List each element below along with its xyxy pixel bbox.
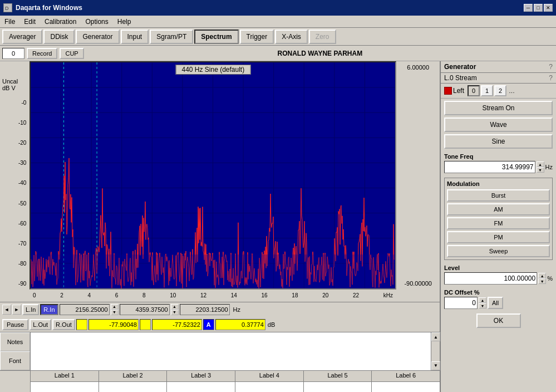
label-value-1[interactable] [31, 382, 99, 392]
menu-edit[interactable]: Edit [19, 17, 40, 27]
dcoffset-section: DC Offset % 0 ▲ ▼ All [441, 287, 556, 311]
tone-freq-spin-up[interactable]: ▲ [537, 161, 544, 167]
label-header-4[interactable]: Label 4 [235, 371, 303, 382]
freq-input-3[interactable]: 2203.12500 [180, 304, 230, 315]
mod-am-button[interactable]: AM [447, 203, 550, 215]
tone-freq-spin-down[interactable]: ▼ [537, 167, 544, 173]
level-spin-up[interactable]: ▲ [538, 273, 546, 278]
freq1-spin-down[interactable]: ▼ [111, 310, 119, 315]
menu-file[interactable]: File [0, 17, 19, 27]
level-input[interactable]: 100.00000 [444, 272, 537, 285]
label-value-2[interactable] [99, 382, 167, 392]
mod-title: Modulation [447, 180, 550, 187]
freq2-spin-up[interactable]: ▲ [171, 304, 179, 310]
menu-options[interactable]: Options [81, 17, 112, 27]
minimize-button[interactable]: ─ [524, 4, 533, 12]
stream-on-button[interactable]: Stream On [444, 101, 553, 115]
level-spinner[interactable]: ▲ ▼ [538, 273, 546, 284]
cup-button[interactable]: CUP [60, 48, 83, 59]
tab-zero[interactable]: Zero [309, 30, 336, 44]
notes-content[interactable]: ▲ ▼ [31, 332, 440, 370]
stream-title: L.0 Stream [444, 74, 477, 82]
tab-sgram[interactable]: Sgram/PT [150, 30, 193, 44]
record-field[interactable]: 0 [2, 48, 24, 59]
close-button[interactable]: ✕ [544, 4, 553, 12]
tab-input[interactable]: Input [121, 30, 149, 44]
scroll-up-button[interactable]: ▲ [431, 332, 440, 341]
spectrum-canvas[interactable] [31, 62, 395, 288]
dcoffset-input[interactable]: 0 [444, 297, 478, 309]
ok-button[interactable]: OK [476, 313, 521, 328]
spectrum-chart[interactable]: 440 Hz Sine (default) [29, 61, 396, 290]
tab-generator[interactable]: Generator [76, 30, 119, 44]
mod-burst-button[interactable]: Burst [447, 189, 550, 202]
all-button[interactable]: All [488, 297, 503, 309]
ch-lin-button[interactable]: L.In [22, 304, 39, 315]
tone-freq-spinner[interactable]: ▲ ▼ [537, 161, 544, 173]
pause-button[interactable]: Pause [2, 319, 28, 330]
dcoffset-spin-up[interactable]: ▲ [479, 297, 486, 303]
ch-rin-button[interactable]: R.In [40, 304, 58, 315]
tab-trigger[interactable]: Trigger [240, 30, 274, 44]
tone-freq-input[interactable]: 314.99997 [444, 161, 535, 173]
tab-xaxis[interactable]: X-Axis [275, 30, 308, 44]
label-value-5[interactable] [304, 382, 372, 392]
notes-area: Notes Font ▲ ▼ [0, 332, 440, 370]
tab-spectrum[interactable]: Spectrum [194, 30, 238, 44]
notes-scrollbar[interactable]: ▲ ▼ [431, 332, 440, 370]
main-content: Uncal dB V -0 -10 -20 -30 -40 -50 -60 -7… [0, 61, 556, 392]
label-value-3[interactable] [167, 382, 235, 392]
label-header-2[interactable]: Label 2 [99, 371, 167, 382]
y-ticks: -0 -10 -20 -30 -40 -50 -60 -70 -80 -90 [0, 97, 29, 290]
mod-sweep-button[interactable]: Sweep [447, 245, 550, 257]
menu-bar: File Edit Calibration Options Help [0, 16, 556, 28]
label-header-6[interactable]: Label 6 [372, 371, 440, 382]
dcoffset-label: DC Offset % [444, 289, 553, 296]
notes-button[interactable]: Notes [0, 332, 30, 351]
ok-section: OK [441, 311, 556, 330]
ch-0-button[interactable]: 0 [468, 85, 480, 96]
scroll-thumb[interactable] [431, 341, 440, 361]
tab-averager[interactable]: Averager [2, 30, 42, 44]
ch-lout-button[interactable]: L.Out [29, 319, 51, 330]
freq1-spinner[interactable]: ▲ ▼ [111, 304, 119, 315]
freq-input-1[interactable]: 2156.25000 [60, 304, 110, 315]
freq-input-2[interactable]: 4359.37500 [120, 304, 170, 315]
ch-1-button[interactable]: 1 [481, 85, 493, 96]
freq2-spin-down[interactable]: ▼ [171, 310, 179, 315]
font-button[interactable]: Font [0, 351, 30, 370]
nav-prev-button[interactable]: ◄ [2, 305, 11, 315]
ch-left-indicator [444, 87, 452, 95]
nav-next-button[interactable]: ► [12, 305, 21, 315]
label-cell-1: Label 1 [31, 371, 99, 392]
y-tick-80: -80 [1, 261, 28, 267]
scroll-down-button[interactable]: ▼ [431, 361, 440, 370]
mod-fm-button[interactable]: FM [447, 217, 550, 229]
label-value-4[interactable] [235, 382, 303, 392]
stream-question[interactable]: ? [549, 74, 553, 82]
freq1-spin-up[interactable]: ▲ [111, 304, 119, 310]
label-header-5[interactable]: Label 5 [304, 371, 372, 382]
label-header-3[interactable]: Label 3 [167, 371, 235, 382]
freq2-spinner[interactable]: ▲ ▼ [171, 304, 179, 315]
panel-question[interactable]: ? [549, 63, 553, 71]
menu-help[interactable]: Help [113, 17, 136, 27]
hz-label: Hz [233, 306, 240, 313]
ch-2-button[interactable]: 2 [494, 85, 506, 96]
mod-pm-button[interactable]: PM [447, 231, 550, 243]
tab-ddisk[interactable]: DDisk [43, 30, 75, 44]
maximize-button[interactable]: □ [534, 4, 543, 12]
panel-title: Generator [444, 63, 476, 71]
dcoffset-spin-down[interactable]: ▼ [479, 303, 486, 308]
label-value-6[interactable] [372, 382, 440, 392]
level-spin-down[interactable]: ▼ [538, 278, 546, 284]
label-header-1[interactable]: Label 1 [31, 371, 99, 382]
ch-rout-button[interactable]: R.Out [52, 319, 75, 330]
menu-calibration[interactable]: Calibration [40, 17, 81, 27]
sine-button[interactable]: Sine [444, 134, 553, 149]
y-tick-10: -10 [1, 120, 28, 126]
wave-button[interactable]: Wave [444, 117, 553, 132]
dcoffset-spinner[interactable]: ▲ ▼ [479, 297, 486, 308]
x-tick-14: 14 [231, 292, 237, 298]
record-button[interactable]: Record [27, 48, 57, 59]
